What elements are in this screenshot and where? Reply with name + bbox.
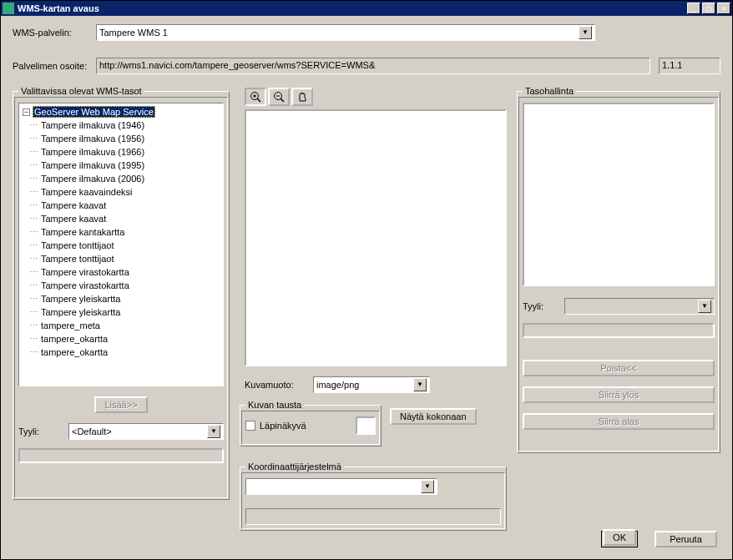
layers-group-title: Valittavissa olevat WMS-tasot [18, 86, 144, 96]
tree-item-label: Tampere kaavat [41, 214, 106, 224]
tree-item-label: tampere_meta [41, 320, 100, 330]
tree-item[interactable]: ⋯Tampere ilmakuva (1946) [21, 119, 221, 132]
tree-item-label: Tampere yleiskartta [41, 307, 120, 317]
chevron-down-icon[interactable]: ▼ [207, 425, 220, 438]
hand-icon [296, 91, 308, 103]
tree-item-label: Tampere tonttijaot [41, 240, 114, 250]
move-up-button[interactable]: Siirrä ylös [523, 386, 715, 403]
format-label: Kuvamuoto: [245, 380, 313, 390]
tree-branch-icon: ⋯ [29, 347, 38, 358]
style-value-left: <Default> [72, 426, 207, 436]
style-combo-left[interactable]: <Default> ▼ [68, 423, 224, 440]
tree-item-label: Tampere kantakartta [41, 227, 124, 237]
tree-item-label: Tampere kaavat [41, 200, 106, 210]
layer-tree[interactable]: − GeoServer Web Map Service ⋯Tampere ilm… [18, 103, 224, 386]
tree-item-label: tampere_okartta [41, 347, 108, 357]
minimize-button[interactable]: _ [687, 3, 700, 14]
svg-line-5 [281, 98, 284, 102]
version-field: 1.1.1 [659, 58, 720, 74]
tree-item-label: Tampere virastokartta [41, 267, 129, 277]
tree-item-label: Tampere ilmakuva (1956) [41, 134, 144, 144]
close-button[interactable]: × [717, 3, 730, 14]
address-field: http://wms1.navici.com/tampere_geoserver… [96, 58, 650, 74]
server-value: Tampere WMS 1 [99, 28, 579, 38]
tree-item[interactable]: ⋯tampere_meta [21, 319, 221, 332]
tree-item-label: Tampere ilmakuva (2006) [41, 174, 144, 184]
tree-branch-icon: ⋯ [29, 174, 38, 184]
tree-item-label: Tampere virastokartta [41, 280, 129, 290]
tree-item[interactable]: ⋯Tampere kaavat [21, 199, 221, 212]
svg-line-1 [257, 98, 260, 102]
server-combo[interactable]: Tampere WMS 1 ▼ [96, 24, 595, 41]
tree-branch-icon: ⋯ [29, 334, 38, 345]
tree-item[interactable]: ⋯Tampere tonttijaot [21, 239, 221, 252]
chevron-down-icon[interactable]: ▼ [413, 378, 427, 391]
app-icon [3, 3, 14, 14]
tree-item[interactable]: ⋯tampere_okartta [21, 332, 221, 346]
tree-branch-icon: ⋯ [29, 120, 38, 131]
selected-layers-list[interactable] [523, 103, 715, 286]
format-combo[interactable]: image/png ▼ [313, 376, 430, 393]
style-label-right: Tyyli: [523, 301, 564, 311]
server-label: WMS-palvelin: [13, 28, 96, 38]
tree-item[interactable]: ⋯Tampere ilmakuva (1966) [21, 145, 221, 159]
progress-right [523, 323, 715, 338]
ok-button[interactable]: OK [603, 529, 636, 546]
tree-branch-icon: ⋯ [29, 267, 38, 278]
show-whole-button[interactable]: Näytä kokonaan [390, 408, 477, 425]
tree-root-label[interactable]: GeoServer Web Map Service [33, 106, 155, 118]
tree-branch-icon: ⋯ [29, 147, 38, 158]
crs-combo[interactable]: ▼ [245, 478, 437, 495]
tree-item[interactable]: ⋯Tampere kantakartta [21, 225, 221, 239]
tree-item[interactable]: ⋯Tampere yleiskartta [21, 305, 221, 319]
chevron-down-icon[interactable]: ▼ [579, 26, 592, 39]
move-down-button[interactable]: Siirrä alas [523, 413, 715, 430]
remove-button[interactable]: Poista<< [523, 360, 715, 376]
zoom-in-button[interactable] [245, 88, 266, 106]
tree-item[interactable]: ⋯tampere_okartta [21, 346, 221, 359]
pan-button[interactable] [291, 88, 313, 106]
tree-item[interactable]: ⋯Tampere ilmakuva (2006) [21, 172, 221, 185]
tree-item-label: Tampere kaavaindeksi [41, 187, 132, 197]
chevron-down-icon[interactable]: ▼ [698, 300, 711, 313]
tree-item[interactable]: ⋯Tampere yleiskartta [21, 292, 221, 305]
tree-branch-icon: ⋯ [29, 307, 38, 318]
tree-root[interactable]: − GeoServer Web Map Service [21, 105, 221, 119]
tree-item[interactable]: ⋯Tampere ilmakuva (1995) [21, 159, 221, 172]
zoom-out-icon [273, 91, 285, 103]
tree-item-label: Tampere ilmakuva (1966) [41, 147, 144, 157]
bg-color-swatch[interactable] [356, 416, 376, 435]
tree-branch-icon: ⋯ [29, 134, 38, 144]
tree-item[interactable]: ⋯Tampere virastokartta [21, 279, 221, 292]
zoom-out-button[interactable] [268, 88, 290, 106]
tree-item[interactable]: ⋯Tampere tonttijaot [21, 252, 221, 265]
address-label: Palvelimen osoite: [13, 61, 96, 71]
add-button[interactable]: Lisää>> [94, 396, 147, 413]
tree-item-label: Tampere ilmakuva (1946) [41, 120, 144, 130]
tree-branch-icon: ⋯ [29, 240, 38, 251]
tree-item-label: Tampere yleiskartta [41, 294, 120, 304]
checkbox-icon[interactable] [245, 421, 255, 431]
background-group-title: Kuvan tausta [245, 400, 304, 410]
style-label-left: Tyyli: [18, 426, 68, 436]
transparent-checkbox[interactable]: Läpinäkyvä [245, 421, 306, 431]
tree-item-label: Tampere ilmakuva (1995) [41, 160, 144, 170]
tree-branch-icon: ⋯ [29, 254, 38, 265]
collapse-icon[interactable]: − [23, 108, 30, 116]
tree-item[interactable]: ⋯Tampere kaavat [21, 212, 221, 225]
crs-display [245, 508, 501, 525]
tree-item[interactable]: ⋯Tampere virastokartta [21, 265, 221, 279]
tree-item[interactable]: ⋯Tampere ilmakuva (1956) [21, 132, 221, 145]
tree-item-label: tampere_okartta [41, 334, 108, 344]
chevron-down-icon[interactable]: ▼ [421, 480, 434, 493]
maximize-button[interactable]: □ [702, 3, 715, 14]
cancel-button[interactable]: Peruuta [655, 531, 717, 547]
tree-branch-icon: ⋯ [29, 187, 38, 198]
tree-item[interactable]: ⋯Tampere kaavaindeksi [21, 185, 221, 199]
progress-left [18, 448, 224, 463]
tree-branch-icon: ⋯ [29, 214, 38, 225]
crs-groupbox: Koordinaattijärjestelmä ▼ [240, 462, 507, 531]
style-combo-right[interactable]: ▼ [564, 298, 715, 315]
layers-groupbox: Valittavissa olevat WMS-tasot − GeoServe… [13, 86, 230, 500]
preview-area[interactable] [245, 109, 507, 366]
